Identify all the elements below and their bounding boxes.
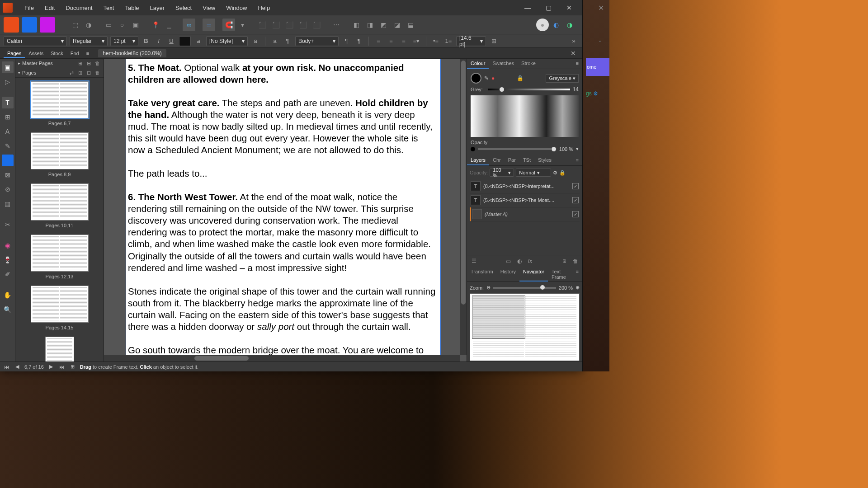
grey-slider[interactable]: Grey: 14 [471, 86, 579, 93]
text-color-swatch[interactable] [179, 36, 191, 46]
pan-tool-icon[interactable]: ✋ [2, 289, 14, 301]
paragraph-style-select[interactable]: Body+▾ [295, 36, 339, 46]
align-right-text-icon[interactable]: ≡ [399, 36, 409, 46]
layer-row[interactable]: T (8.<NBSP><NBSP>Interpretat... ✓ [470, 179, 580, 193]
menu-select[interactable]: Select [170, 5, 197, 11]
horizontal-scrollbar[interactable] [104, 355, 460, 361]
font-size-select[interactable]: 12 pt▾ [110, 36, 138, 46]
anchor-icon[interactable]: ▭ [102, 19, 115, 31]
left-tab-pages[interactable]: Pages [4, 49, 25, 58]
vertical-scrollbar[interactable] [460, 59, 467, 355]
layer-lock-icon[interactable]: 🔒 [559, 170, 566, 176]
menu-text[interactable]: Text [98, 5, 120, 11]
pen-tool-icon[interactable]: ✎ [2, 140, 14, 152]
tab-stops-icon[interactable]: ⊞ [489, 36, 499, 46]
tab-navigator[interactable]: Navigator [519, 267, 548, 282]
zoom-out-icon[interactable]: ⊖ [486, 285, 491, 291]
left-tab-find[interactable]: Fnd [67, 49, 83, 58]
minimize-button[interactable]: — [517, 0, 538, 15]
master-del-icon[interactable]: 🗑 [94, 60, 101, 67]
arrange-forward-icon[interactable]: ◑ [82, 19, 95, 31]
left-panel-menu-icon[interactable]: ≡ [83, 49, 93, 58]
fx-icon[interactable]: fx [526, 257, 534, 265]
table-tool-icon[interactable]: ⊞ [2, 111, 14, 123]
tab-colour[interactable]: Colour [467, 59, 489, 69]
opacity-value[interactable]: 100 % [559, 146, 573, 152]
zoom-value[interactable]: 200 % [559, 285, 573, 291]
align-centerv-icon[interactable]: ⬛ [310, 19, 323, 31]
affinity-designer-icon[interactable] [22, 17, 37, 33]
menu-document[interactable]: Document [60, 5, 98, 11]
delete-layer-icon[interactable]: 🗑 [571, 257, 580, 265]
pages-toggle-icon[interactable]: ▾ [18, 70, 20, 75]
character-panel-icon[interactable]: a̲ [193, 36, 203, 46]
place-image-tool-icon[interactable]: ⊘ [2, 183, 14, 195]
add-layer-icon[interactable]: 🗎 [561, 257, 569, 265]
affinity-publisher-icon[interactable] [4, 17, 19, 33]
layer-visible-checkbox[interactable]: ✓ [572, 197, 579, 203]
baseline-grid-icon[interactable]: ≣ [203, 19, 215, 31]
page-thumb-8-9[interactable]: Pages 8,9 [18, 132, 101, 177]
boolean-add-icon[interactable]: ◧ [350, 19, 363, 31]
page-thumb-12-13[interactable]: Pages 12,13 [18, 235, 101, 279]
page-thumb-16[interactable] [18, 337, 101, 361]
zoom-in-icon[interactable]: ⊕ [576, 285, 580, 291]
overflow-icon[interactable]: » [569, 36, 579, 46]
layer-visible-checkbox[interactable]: ✓ [572, 211, 579, 217]
wrap-icon[interactable]: ○ [116, 19, 128, 31]
underline-icon[interactable]: U [166, 36, 176, 46]
master-add-icon[interactable]: ⊞ [76, 60, 84, 67]
arrange-back-icon[interactable]: ⬚ [69, 19, 81, 31]
frame-text-tool-icon[interactable]: T [2, 97, 14, 108]
boolean-sub-icon[interactable]: ◨ [363, 19, 376, 31]
snapping-icon[interactable]: 🧲 [222, 19, 235, 31]
show-pilcrow-left-icon[interactable]: ¶ [341, 36, 351, 46]
align-top-icon[interactable]: ⬛ [297, 19, 309, 31]
second-window-close-icon[interactable]: ✕ [598, 4, 604, 12]
grey-value[interactable]: 14 [573, 86, 579, 93]
number-list-icon[interactable]: 1≡ [443, 36, 453, 46]
layer-row[interactable]: T (5.<NBSP><NBSP>The Moat.... ✓ [470, 193, 580, 207]
last-page-icon[interactable]: ⏭ [58, 364, 66, 370]
clip-mode-icon[interactable]: ◐ [550, 19, 562, 31]
page-thumb-10-11[interactable]: Pages 10,11 [18, 183, 101, 228]
page-add-icon[interactable]: ⊞ [76, 69, 84, 76]
menu-help[interactable]: Help [252, 5, 275, 11]
close-button[interactable]: ✕ [559, 0, 580, 15]
font-family-select[interactable]: Calibri▾ [4, 36, 67, 46]
show-pilcrow-right-icon[interactable]: ¶ [354, 36, 364, 46]
affinity-photo-icon[interactable] [40, 17, 55, 33]
tab-stroke[interactable]: Stroke [518, 59, 539, 69]
layer-visible-checkbox[interactable]: ✓ [572, 183, 579, 189]
artistic-text-tool-icon[interactable]: A [2, 126, 14, 137]
tab-character[interactable]: Chr [489, 155, 505, 165]
recent-colour-icon[interactable]: ● [491, 75, 495, 81]
tab-swatches[interactable]: Swatches [489, 59, 518, 69]
layers-panel-menu-icon[interactable]: ≡ [572, 155, 582, 165]
opacity-dropdown-icon[interactable]: ▾ [576, 146, 579, 152]
move-tool-icon[interactable]: ▣ [2, 61, 14, 73]
menu-file[interactable]: File [19, 5, 39, 11]
tab-text-frame[interactable]: Text Frame [548, 267, 572, 282]
pages-header[interactable]: ▾ Pages ⇄ ⊞ ⊟ 🗑 [15, 68, 104, 78]
boolean-int-icon[interactable]: ◩ [377, 19, 390, 31]
align-centerh-icon[interactable]: ⬛ [269, 19, 282, 31]
bleed-mode-icon[interactable]: ◑ [563, 19, 576, 31]
align-left-icon[interactable]: ⬛ [256, 19, 269, 31]
font-weight-select[interactable]: Regular▾ [70, 36, 108, 46]
mask-icon[interactable]: ▭ [505, 257, 513, 265]
distribute-icon[interactable]: ⋯ [330, 19, 343, 31]
layer-row-master[interactable]: (Master A) ✓ [470, 207, 580, 221]
pin-icon[interactable]: 📍 [149, 19, 162, 31]
page-dup-icon[interactable]: ⊟ [85, 69, 92, 76]
document-close-icon[interactable]: ✕ [568, 50, 579, 57]
vector-crop-tool-icon[interactable]: ▦ [2, 198, 14, 210]
master-pages-toggle-icon[interactable]: ▸ [18, 61, 20, 66]
typography-icon[interactable]: ā [250, 36, 260, 46]
layer-blend-select[interactable]: Normal▾ [516, 169, 551, 177]
preview-icon[interactable]: ∞ [183, 19, 195, 31]
align-left-text-icon[interactable]: ≡ [373, 36, 383, 46]
maximize-button[interactable]: ▢ [538, 0, 559, 15]
gear-icon[interactable]: ⚙ [593, 90, 598, 97]
boolean-xor-icon[interactable]: ◪ [391, 19, 403, 31]
